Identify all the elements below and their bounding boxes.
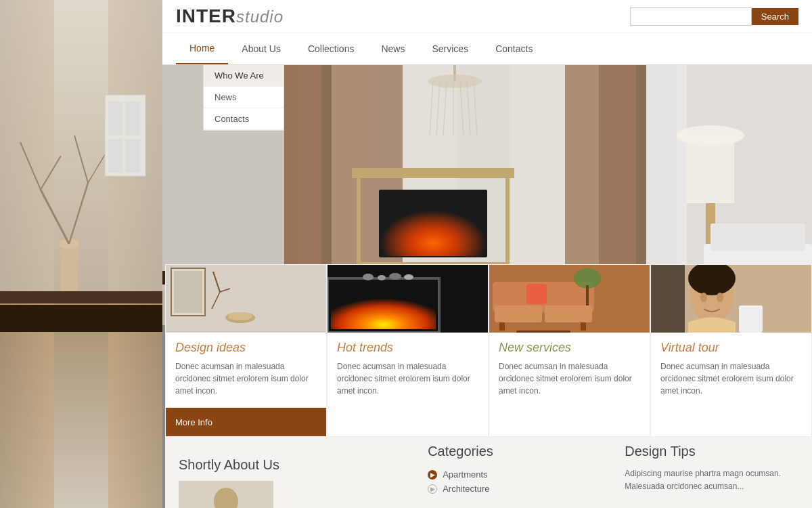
categories-section: Categories ▶ Apartments ▶ Architecture bbox=[414, 444, 597, 508]
svg-point-82 bbox=[700, 293, 707, 302]
svg-rect-84 bbox=[651, 265, 685, 333]
nav-home[interactable]: Home bbox=[176, 33, 228, 64]
about-image bbox=[179, 481, 273, 508]
svg-rect-78 bbox=[586, 285, 589, 305]
categories-title: Categories bbox=[428, 444, 584, 459]
card-title-4: Virtual tour bbox=[660, 341, 802, 355]
svg-point-66 bbox=[404, 274, 413, 280]
card-title-2: Hot trends bbox=[337, 341, 478, 355]
svg-rect-44 bbox=[352, 168, 514, 178]
header: INTERstudio Search Home About Us Collect… bbox=[162, 0, 812, 65]
svg-rect-71 bbox=[499, 322, 505, 331]
svg-point-65 bbox=[389, 273, 401, 280]
site-logo: INTERstudio bbox=[176, 5, 284, 27]
design-tips-section: Design Tips Adipiscing maurise phartra m… bbox=[611, 444, 798, 508]
about-us-title: Shortly About Us bbox=[179, 457, 387, 473]
hot-trends-image bbox=[328, 265, 488, 333]
svg-rect-61 bbox=[331, 285, 436, 329]
card-body-1: Design ideas Donec acumsan in malesuada … bbox=[166, 333, 326, 408]
card-image-1 bbox=[166, 265, 326, 333]
more-info-button[interactable]: More Info bbox=[175, 417, 212, 427]
svg-rect-14 bbox=[125, 139, 140, 173]
nav-about[interactable]: About Us bbox=[228, 34, 294, 64]
svg-rect-70 bbox=[545, 305, 592, 322]
svg-rect-50 bbox=[710, 224, 805, 251]
bottom-section: Shortly About Us Categories ▶ Apartments… bbox=[165, 430, 812, 508]
main-nav: Home About Us Collections News Services … bbox=[162, 33, 812, 65]
card-title-1: Design ideas bbox=[175, 341, 317, 355]
svg-rect-13 bbox=[108, 139, 123, 173]
card-new-services: New services Donec acumsan in malesuada … bbox=[489, 264, 650, 437]
svg-rect-85 bbox=[739, 305, 763, 333]
svg-rect-69 bbox=[495, 305, 542, 322]
svg-rect-47 bbox=[687, 135, 734, 203]
new-services-image bbox=[489, 265, 650, 333]
svg-rect-73 bbox=[526, 284, 547, 304]
search-button[interactable]: Search bbox=[752, 8, 798, 25]
cards-container: Design ideas Donec acumsan in malesuada … bbox=[165, 264, 812, 437]
card-hot-trends: Hot trends Donec acumsan in malesuada or… bbox=[327, 264, 489, 437]
card-body-4: Virtual tour Donec acumsan in malesuada … bbox=[651, 333, 811, 408]
svg-point-83 bbox=[717, 293, 723, 302]
dropdown-who-we-are[interactable]: Who We Are bbox=[204, 65, 284, 87]
nav-services[interactable]: Services bbox=[418, 34, 482, 64]
card-image-4 bbox=[651, 265, 811, 333]
logo-studio: studio bbox=[236, 7, 284, 26]
category-apartments-label: Apartments bbox=[443, 469, 487, 480]
svg-rect-15 bbox=[0, 305, 162, 332]
about-person-image bbox=[179, 481, 273, 508]
card-body-2: Hot trends Donec acumsan in malesuada or… bbox=[328, 333, 488, 408]
design-tips-title: Design Tips bbox=[625, 444, 798, 459]
card-text-2: Donec acumsan in malesuada orcidonec sit… bbox=[337, 360, 478, 397]
more-info-bar: More Info bbox=[166, 408, 326, 436]
logo-inter: INTER bbox=[176, 5, 236, 26]
card-text-3: Donec acumsan in malesuada orcidonec sit… bbox=[499, 360, 640, 397]
search-area: Search bbox=[630, 7, 798, 26]
card-image-3 bbox=[489, 265, 650, 333]
about-dropdown: Who We Are News Contacts bbox=[203, 64, 284, 131]
svg-point-63 bbox=[363, 274, 374, 280]
arrow-outline-icon: ▶ bbox=[428, 484, 437, 494]
category-architecture[interactable]: ▶ Architecture bbox=[428, 482, 584, 496]
card-virtual-tour: Virtual tour Donec acumsan in malesuada … bbox=[650, 264, 812, 437]
search-input[interactable] bbox=[630, 7, 752, 26]
arrow-filled-icon: ▶ bbox=[428, 470, 437, 480]
category-architecture-label: Architecture bbox=[443, 484, 489, 494]
design-ideas-image bbox=[166, 265, 326, 333]
card-design-ideas: Design ideas Donec acumsan in malesuada … bbox=[165, 264, 327, 437]
svg-rect-43 bbox=[380, 191, 486, 256]
top-bar: INTERstudio Search bbox=[162, 0, 812, 33]
nav-contacts[interactable]: Contacts bbox=[482, 34, 546, 64]
dropdown-news[interactable]: News bbox=[204, 87, 284, 108]
card-text-1: Donec acumsan in malesuada orcidonec sit… bbox=[175, 360, 317, 397]
category-apartments[interactable]: ▶ Apartments bbox=[428, 467, 584, 482]
svg-rect-12 bbox=[125, 102, 140, 135]
svg-rect-74 bbox=[516, 331, 570, 333]
card-image-2 bbox=[328, 265, 488, 333]
nav-news[interactable]: News bbox=[367, 34, 418, 64]
card-text-4: Donec acumsan in malesuada orcidonec sit… bbox=[660, 360, 802, 397]
left-sidebar bbox=[0, 0, 162, 508]
design-tips-text: Adipiscing maurise phartra magn ocumsan.… bbox=[625, 467, 798, 493]
svg-point-64 bbox=[378, 275, 386, 280]
svg-rect-0 bbox=[0, 291, 162, 303]
svg-rect-11 bbox=[108, 102, 123, 135]
sidebar-decoration bbox=[0, 0, 162, 508]
virtual-tour-image bbox=[651, 265, 811, 333]
svg-point-59 bbox=[228, 312, 252, 320]
svg-rect-72 bbox=[581, 322, 586, 331]
card-body-3: New services Donec acumsan in malesuada … bbox=[489, 333, 650, 408]
nav-collections[interactable]: Collections bbox=[294, 34, 367, 64]
dropdown-contacts[interactable]: Contacts bbox=[204, 108, 284, 130]
card-title-3: New services bbox=[499, 341, 640, 355]
svg-rect-54 bbox=[174, 271, 202, 313]
about-us-section: Shortly About Us bbox=[179, 444, 401, 508]
